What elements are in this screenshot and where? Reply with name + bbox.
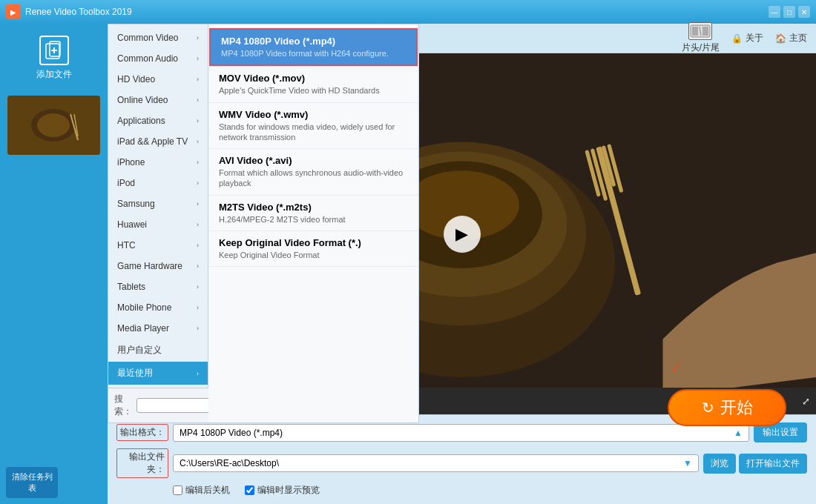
add-file-icon xyxy=(39,36,69,65)
home-label: 主页 xyxy=(789,32,807,44)
chevron-right-icon: › xyxy=(197,76,199,83)
add-file-label: 添加文件 xyxy=(36,68,72,81)
menu-common-video[interactable]: Common Video › xyxy=(108,27,208,48)
menu-mobile-phone[interactable]: Mobile Phone › xyxy=(108,297,208,318)
sidebar-bottom-buttons: 清除任务列表 xyxy=(0,461,108,504)
folder-select-value: C:\Users\RE-ac\Desktop\ xyxy=(180,458,279,468)
format-select-value: MP4 1080P Video (*.mp4) xyxy=(180,428,283,438)
start-label: 开始 xyxy=(720,397,753,419)
menu-recent[interactable]: 最近使用 › xyxy=(108,362,208,385)
preview-checkbox-label[interactable]: 编辑时显示预览 xyxy=(245,484,320,497)
scene-button[interactable]: 片头/片尾 xyxy=(682,22,720,54)
menu-label: Media Player xyxy=(117,323,169,334)
scene-icon xyxy=(688,22,712,40)
chevron-right-icon: › xyxy=(197,283,199,291)
start-button[interactable]: ↻ 开始 xyxy=(668,389,786,426)
menu-label: Tablets xyxy=(117,282,145,292)
maximize-btn[interactable]: □ xyxy=(783,6,795,18)
about-button[interactable]: 🔒 关于 xyxy=(731,32,763,44)
menu-label: 最近使用 xyxy=(117,367,153,379)
chevron-right-icon: › xyxy=(197,55,199,62)
browse-button[interactable]: 浏览 xyxy=(703,454,736,474)
sidebar: 添加文件 清除任务列表 xyxy=(0,24,108,504)
format-item-m2ts[interactable]: M2TS Video (*.m2ts) H.264/MPEG-2 M2TS vi… xyxy=(208,196,418,231)
preview-label: 编辑时显示预览 xyxy=(257,484,320,497)
preview-checkbox[interactable] xyxy=(245,485,254,495)
format-list: MP4 1080P Video (*.mp4) MP4 1080P Video … xyxy=(208,24,418,422)
minimize-btn[interactable]: — xyxy=(769,6,780,18)
menu-label: Applications xyxy=(117,116,165,126)
lock-icon: 🔒 xyxy=(731,33,743,44)
format-item-mp4[interactable]: MP4 1080P Video (*.mp4) MP4 1080P Video … xyxy=(209,28,418,66)
menu-label: Online Video xyxy=(117,95,168,105)
chevron-right-icon: › xyxy=(197,221,199,228)
play-button[interactable]: ▶ xyxy=(444,216,481,253)
home-button[interactable]: 🏠 主页 xyxy=(775,32,807,44)
menu-label: Common Video xyxy=(117,33,179,43)
format-desc: Keep Original Video Format xyxy=(219,250,408,260)
menu-applications[interactable]: Applications › xyxy=(108,110,208,131)
menu-ipad-apple-tv[interactable]: iPad && Apple TV › xyxy=(108,131,208,152)
format-name: M2TS Video (*.m2ts) xyxy=(219,202,408,213)
format-desc: H.264/MPEG-2 M2TS video format xyxy=(219,214,408,225)
chevron-right-icon: › xyxy=(197,325,199,332)
svg-point-6 xyxy=(37,113,70,137)
chevron-right-icon: › xyxy=(197,200,199,208)
bottom-panel: 输出格式： MP4 1080P Video (*.mp4) ▲ 输出设置 输出文… xyxy=(108,414,816,504)
menu-label: HTC xyxy=(117,240,136,251)
clear-tasks-button[interactable]: 清除任务列表 xyxy=(6,467,58,498)
output-folder-select[interactable]: C:\Users\RE-ac\Desktop\ ▼ xyxy=(173,454,699,472)
menu-common-audio[interactable]: Common Audio › xyxy=(108,48,208,69)
menu-label: HD Video xyxy=(117,74,155,84)
menu-tablets[interactable]: Tablets › xyxy=(108,276,208,297)
open-output-button[interactable]: 打开输出文件 xyxy=(739,454,807,474)
menu-online-video[interactable]: Online Video › xyxy=(108,90,208,110)
menu-label: iPod xyxy=(117,178,135,188)
window-controls[interactable]: — □ ✕ xyxy=(769,6,810,18)
menu-samsung[interactable]: Samsung › xyxy=(108,193,208,214)
menu-label: Huawei xyxy=(117,219,147,230)
output-format-label: 输出格式： xyxy=(116,424,168,441)
menu-hd-video[interactable]: HD Video › xyxy=(108,69,208,90)
chevron-right-icon: › xyxy=(197,370,199,377)
format-dropdown: Common Video › Common Audio › HD Video ›… xyxy=(108,24,419,423)
dropdown-arrow-icon: ▼ xyxy=(683,458,692,468)
shutdown-checkbox-label[interactable]: 编辑后关机 xyxy=(173,484,230,497)
format-name: MOV Video (*.mov) xyxy=(219,73,408,84)
scene-label: 片头/片尾 xyxy=(682,42,720,54)
fullscreen-button[interactable]: ⤢ xyxy=(802,396,810,407)
menu-label: iPhone xyxy=(117,157,145,168)
output-format-select[interactable]: MP4 1080P Video (*.mp4) ▲ xyxy=(173,424,749,442)
menu-media-player[interactable]: Media Player › xyxy=(108,318,208,339)
menu-label: Common Audio xyxy=(117,53,178,64)
format-desc: Apple's QuickTime Video with HD Standard… xyxy=(219,85,408,96)
chevron-right-icon: › xyxy=(197,96,199,104)
format-item-wmv[interactable]: WMV Video (*.wmv) Stands for windows med… xyxy=(208,103,418,150)
shutdown-label: 编辑后关机 xyxy=(185,484,230,497)
menu-iphone[interactable]: iPhone › xyxy=(108,152,208,173)
menu-label: Game Hardware xyxy=(117,261,182,271)
menu-htc[interactable]: HTC › xyxy=(108,235,208,256)
menu-label: Mobile Phone xyxy=(117,302,171,313)
format-item-keep[interactable]: Keep Original Video Format (*.) Keep Ori… xyxy=(208,231,418,267)
thumbnail-image xyxy=(7,96,100,155)
title-bar: ▶ Renee Video Toolbox 2019 — □ ✕ xyxy=(0,0,816,24)
menu-game-hardware[interactable]: Game Hardware › xyxy=(108,256,208,276)
format-desc: Format which allows synchronous audio-wi… xyxy=(219,168,408,189)
format-item-avi[interactable]: AVI Video (*.avi) Format which allows sy… xyxy=(208,149,418,196)
close-btn[interactable]: ✕ xyxy=(798,6,810,18)
shutdown-checkbox[interactable] xyxy=(173,485,182,495)
output-folder-row: 输出文件夹： C:\Users\RE-ac\Desktop\ ▼ 浏览 打开输出… xyxy=(116,448,807,478)
menu-user-custom[interactable]: 用户自定义 xyxy=(108,339,208,362)
add-file-button[interactable]: 添加文件 xyxy=(30,30,78,87)
dropdown-arrow-icon: ▲ xyxy=(734,428,743,438)
svg-rect-11 xyxy=(703,27,708,36)
checkbox-row: 编辑后关机 编辑时显示预览 xyxy=(116,484,807,497)
search-bar: 搜索： ✕ xyxy=(108,388,208,422)
menu-huawei[interactable]: Huawei › xyxy=(108,214,208,235)
menu-ipod[interactable]: iPod › xyxy=(108,173,208,193)
chevron-right-icon: › xyxy=(197,117,199,125)
format-item-mov[interactable]: MOV Video (*.mov) Apple's QuickTime Vide… xyxy=(208,67,418,102)
chevron-right-icon: › xyxy=(197,34,199,42)
thumbnail xyxy=(7,96,100,155)
